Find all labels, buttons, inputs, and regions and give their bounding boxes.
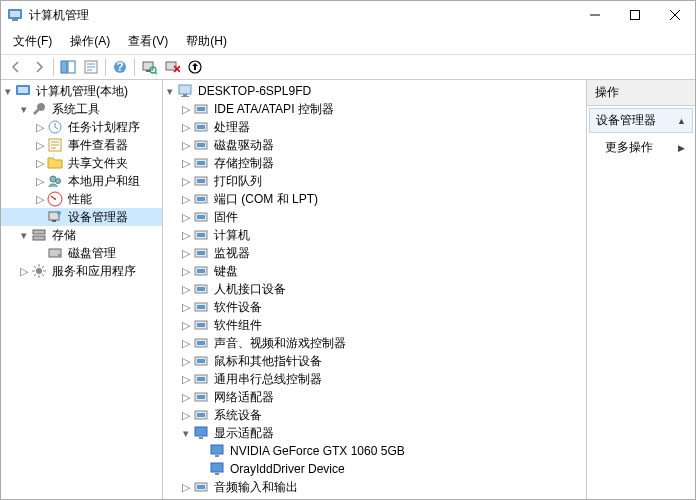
nav-storage[interactable]: ▾存储 — [1, 226, 162, 244]
dev-category-9[interactable]: ▷键盘 — [163, 262, 586, 280]
twisty-icon[interactable]: ▷ — [179, 228, 193, 242]
twisty-icon[interactable]: ▷ — [179, 210, 193, 224]
dev-gpu-1[interactable]: NVIDIA GeForce GTX 1060 5GB — [163, 442, 586, 460]
svg-rect-52 — [197, 269, 205, 273]
dev-category-6[interactable]: ▷固件 — [163, 208, 586, 226]
twisty-icon[interactable]: ▷ — [179, 282, 193, 296]
nav-system-tools[interactable]: ▾系统工具 — [1, 100, 162, 118]
dev-category-3[interactable]: ▷存储控制器 — [163, 154, 586, 172]
twisty-icon[interactable]: ▷ — [33, 192, 47, 206]
dev-category-15[interactable]: ▷通用串行总线控制器 — [163, 370, 586, 388]
nav-shared-folders[interactable]: ▷共享文件夹 — [1, 154, 162, 172]
svg-rect-76 — [197, 485, 205, 489]
twisty-icon[interactable]: ▾ — [17, 102, 31, 116]
twisty-icon[interactable]: ▾ — [17, 228, 31, 242]
help-button[interactable]: ? — [109, 57, 131, 77]
twisty-icon[interactable]: ▷ — [33, 174, 47, 188]
twisty-icon[interactable]: ▷ — [17, 264, 31, 278]
left-pane[interactable]: ▾计算机管理(本地)▾系统工具▷任务计划程序▷事件查看器▷共享文件夹▷本地用户和… — [1, 80, 163, 499]
nav-event-viewer[interactable]: ▷事件查看器 — [1, 136, 162, 154]
menu-help[interactable]: 帮助(H) — [178, 31, 235, 52]
dev-category-17[interactable]: ▷系统设备 — [163, 406, 586, 424]
dev-category-11[interactable]: ▷软件设备 — [163, 298, 586, 316]
svg-point-28 — [58, 254, 60, 256]
forward-button[interactable] — [28, 57, 50, 77]
properties-button[interactable] — [80, 57, 102, 77]
twisty-icon[interactable]: ▷ — [179, 102, 193, 116]
menu-file[interactable]: 文件(F) — [5, 31, 60, 52]
twisty-icon[interactable]: ▾ — [163, 84, 177, 98]
dev-category-14[interactable]: ▷鼠标和其他指针设备 — [163, 352, 586, 370]
twisty-icon[interactable]: ▷ — [179, 138, 193, 152]
nav-performance[interactable]: ▷性能 — [1, 190, 162, 208]
update-driver-button[interactable] — [184, 57, 206, 77]
menu-view[interactable]: 查看(V) — [120, 31, 176, 52]
dev-category-12[interactable]: ▷软件组件 — [163, 316, 586, 334]
dev-gpu-2[interactable]: OrayIddDriver Device — [163, 460, 586, 478]
twisty-icon[interactable]: ▷ — [179, 372, 193, 386]
twisty-icon[interactable]: ▷ — [179, 354, 193, 368]
svg-rect-71 — [211, 445, 223, 454]
dev-category-16[interactable]: ▷网络适配器 — [163, 388, 586, 406]
svg-rect-60 — [197, 341, 205, 345]
twisty-icon[interactable]: ▷ — [179, 408, 193, 422]
twisty-icon[interactable]: ▷ — [179, 300, 193, 314]
dev-icon — [193, 191, 209, 207]
twisty-icon[interactable]: ▷ — [179, 246, 193, 260]
dev-category-10[interactable]: ▷人机接口设备 — [163, 280, 586, 298]
menubar: 文件(F) 操作(A) 查看(V) 帮助(H) — [1, 29, 695, 54]
twisty-icon[interactable]: ▷ — [179, 336, 193, 350]
node-label: 任务计划程序 — [66, 119, 142, 136]
twisty-icon[interactable]: ▷ — [33, 138, 47, 152]
show-hide-tree-button[interactable] — [57, 57, 79, 77]
twisty-icon[interactable]: ▷ — [33, 120, 47, 134]
twisty-icon[interactable]: ▾ — [179, 426, 193, 440]
uninstall-button[interactable] — [161, 57, 183, 77]
dev-audio[interactable]: ▷音频输入和输出 — [163, 478, 586, 496]
dev-category-1[interactable]: ▷处理器 — [163, 118, 586, 136]
dev-display-adapters[interactable]: ▾显示适配器 — [163, 424, 586, 442]
menu-action[interactable]: 操作(A) — [62, 31, 118, 52]
center-pane[interactable]: ▾DESKTOP-6SPL9FD▷IDE ATA/ATAPI 控制器▷处理器▷磁… — [163, 80, 587, 499]
dev-icon — [193, 101, 209, 117]
twisty-icon[interactable]: ▷ — [179, 156, 193, 170]
actions-context[interactable]: 设备管理器 ▲ — [589, 108, 693, 133]
nav-task-scheduler[interactable]: ▷任务计划程序 — [1, 118, 162, 136]
dev-category-0[interactable]: ▷IDE ATA/ATAPI 控制器 — [163, 100, 586, 118]
twisty-icon[interactable]: ▷ — [179, 390, 193, 404]
node-label: 端口 (COM 和 LPT) — [212, 191, 320, 208]
twisty-icon[interactable]: ▷ — [179, 264, 193, 278]
svg-rect-5 — [68, 61, 75, 73]
dev-category-13[interactable]: ▷声音、视频和游戏控制器 — [163, 334, 586, 352]
back-button[interactable] — [5, 57, 27, 77]
minimize-button[interactable] — [575, 1, 615, 29]
close-button[interactable] — [655, 1, 695, 29]
dev-category-5[interactable]: ▷端口 (COM 和 LPT) — [163, 190, 586, 208]
actions-more[interactable]: 更多操作 ▶ — [587, 135, 695, 160]
dev-category-4[interactable]: ▷打印队列 — [163, 172, 586, 190]
dev-category-2[interactable]: ▷磁盘驱动器 — [163, 136, 586, 154]
node-label: IDE ATA/ATAPI 控制器 — [212, 101, 336, 118]
dev-icon — [193, 119, 209, 135]
twisty-icon[interactable]: ▷ — [179, 318, 193, 332]
maximize-button[interactable] — [615, 1, 655, 29]
nav-services[interactable]: ▷服务和应用程序 — [1, 262, 162, 280]
svg-point-24 — [57, 211, 61, 215]
users-icon — [47, 173, 63, 189]
twisty-icon[interactable]: ▷ — [179, 174, 193, 188]
nav-local-users[interactable]: ▷本地用户和组 — [1, 172, 162, 190]
wrench-icon — [31, 101, 47, 117]
dev-category-8[interactable]: ▷监视器 — [163, 244, 586, 262]
twisty-icon[interactable]: ▷ — [179, 120, 193, 134]
nav-disk-management[interactable]: 磁盘管理 — [1, 244, 162, 262]
twisty-icon[interactable]: ▷ — [179, 192, 193, 206]
twisty-icon[interactable]: ▷ — [179, 480, 193, 494]
dev-category-7[interactable]: ▷计算机 — [163, 226, 586, 244]
scan-hardware-button[interactable] — [138, 57, 160, 77]
dev-root[interactable]: ▾DESKTOP-6SPL9FD — [163, 82, 586, 100]
twisty-icon[interactable]: ▾ — [1, 84, 15, 98]
node-label: 网络适配器 — [212, 389, 276, 406]
twisty-icon[interactable]: ▷ — [33, 156, 47, 170]
nav-device-manager[interactable]: 设备管理器 — [1, 208, 162, 226]
nav-root[interactable]: ▾计算机管理(本地) — [1, 82, 162, 100]
